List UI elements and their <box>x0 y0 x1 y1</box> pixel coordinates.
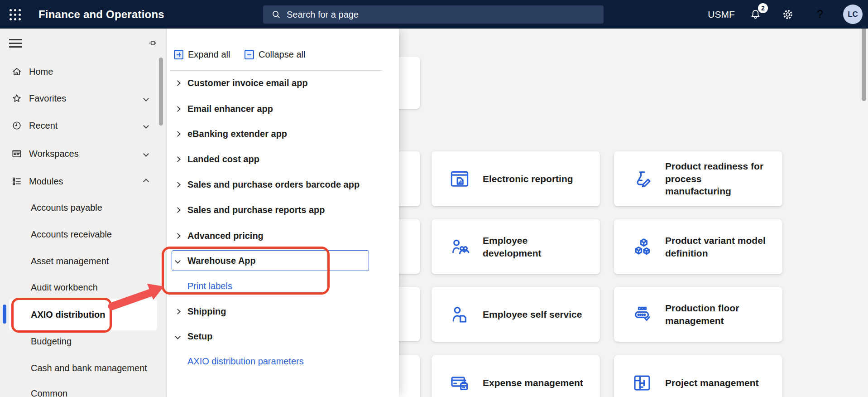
tree-item-sales-purchase-reports-app[interactable]: Sales and purchase reports app <box>167 199 393 220</box>
tree-item-label: Landed cost app <box>187 154 259 165</box>
notification-badge: 2 <box>758 3 768 13</box>
avatar[interactable]: LC <box>843 5 863 24</box>
tile-employee-development[interactable]: Employee development <box>432 219 600 274</box>
chevron-down-icon <box>175 334 181 339</box>
sidebar-item-label: Modules <box>29 176 63 187</box>
module-label: AXIO distribution <box>31 310 105 320</box>
divider <box>170 70 382 71</box>
module-label: Audit workbench <box>31 282 98 293</box>
tree-item-label: Advanced pricing <box>187 231 264 241</box>
home-icon <box>11 66 23 77</box>
top-navigation-bar: Finance and Operations USMF 2 ? LC <box>0 0 868 29</box>
tree-item-advanced-pricing[interactable]: Advanced pricing <box>167 225 393 246</box>
tile-electronic-reporting[interactable]: Electronic reporting <box>432 151 600 206</box>
tree-item-setup[interactable]: Setup <box>167 326 393 347</box>
settings-button[interactable] <box>779 0 797 29</box>
app-launcher-waffle-icon[interactable] <box>7 7 23 22</box>
sidebar-module-cash-and-bank[interactable]: Cash and bank management <box>0 357 163 379</box>
tree-item-axio-distribution-parameters[interactable]: AXIO distribution parameters <box>167 351 393 372</box>
tree-item-landed-cost-app[interactable]: Landed cost app <box>167 149 393 169</box>
sidebar-item-home[interactable]: Home <box>0 61 163 82</box>
tree-item-sales-purchase-orders-barcode-app[interactable]: Sales and purchase orders barcode app <box>167 174 393 195</box>
sidebar-module-accounts-payable[interactable]: Accounts payable <box>0 197 163 218</box>
chevron-right-icon <box>175 80 181 86</box>
workspaces-icon <box>11 148 23 160</box>
tree-item-warehouse-app[interactable]: Warehouse App <box>167 250 393 271</box>
expand-all-icon <box>174 50 183 59</box>
collapse-all-button[interactable]: Collapse all <box>245 48 305 61</box>
sidebar-item-favorites[interactable]: Favorites <box>0 87 163 109</box>
sidebar-module-audit-workbench[interactable]: Audit workbench <box>0 276 163 298</box>
tile-product-variant-model[interactable]: Product variant model definition <box>614 219 782 274</box>
collapse-all-icon <box>245 50 254 59</box>
chevron-right-icon <box>175 309 181 315</box>
chevron-right-icon <box>175 131 181 137</box>
tree-item-label: Customer invoice email app <box>187 78 308 88</box>
module-label: Asset management <box>31 256 109 266</box>
help-button[interactable]: ? <box>811 0 829 29</box>
tree-item-email-enhancer-app[interactable]: Email enhancer app <box>167 98 393 119</box>
tile-label: Electronic reporting <box>483 173 573 185</box>
sidebar-item-label: Home <box>29 67 53 77</box>
tree-item-print-labels[interactable]: Print labels <box>167 276 393 296</box>
people-group-icon <box>449 236 470 258</box>
sidebar-item-label: Workspaces <box>29 149 79 159</box>
hamburger-menu-icon[interactable] <box>9 39 22 47</box>
tile-production-floor[interactable]: Production floor management <box>614 287 782 342</box>
page-scrollbar-thumb[interactable] <box>862 29 866 101</box>
tile-label: Product variant model definition <box>665 234 770 259</box>
module-label: Budgeting <box>31 336 72 347</box>
star-icon <box>11 92 23 104</box>
sidebar-item-label: Recent <box>29 121 58 131</box>
module-label: Accounts receivable <box>31 229 112 240</box>
collapse-all-label: Collapse all <box>259 49 305 60</box>
tree-item-label: Setup <box>187 331 213 342</box>
machine-check-icon <box>631 304 653 325</box>
tree-item-label: Email enhancer app <box>187 104 273 114</box>
sidebar-item-label: Favorites <box>29 93 66 104</box>
tile-product-readiness[interactable]: Product readiness for process manufactur… <box>614 151 782 206</box>
tile-label: Project management <box>665 377 759 389</box>
electronic-reporting-icon <box>449 168 470 190</box>
notifications-button[interactable]: 2 <box>746 0 764 29</box>
clock-icon <box>11 120 23 131</box>
chevron-down-icon <box>143 151 149 157</box>
company-selector[interactable]: USMF <box>705 0 738 29</box>
sidebar-module-common[interactable]: Common <box>0 382 163 397</box>
chevron-right-icon <box>175 207 181 213</box>
search-icon <box>271 10 281 19</box>
tile-label: Expense management <box>483 377 583 389</box>
gantt-layout-icon <box>631 372 653 394</box>
search-input[interactable] <box>281 5 604 24</box>
tree-item-label: Sales and purchase reports app <box>187 205 325 215</box>
tile-label: Employee development <box>483 234 588 259</box>
sidebar-item-modules[interactable]: Modules <box>0 170 163 192</box>
chevron-up-icon <box>143 179 149 184</box>
flask-pencil-icon <box>631 168 653 190</box>
tile-project-management[interactable]: Project management <box>614 355 782 397</box>
tile-expense-management[interactable]: Expense management <box>432 355 600 397</box>
modules-icon <box>11 175 23 187</box>
tile-employee-self-service[interactable]: Employee self service <box>432 287 600 342</box>
person-document-icon <box>449 304 470 325</box>
expand-all-button[interactable]: Expand all <box>174 48 230 61</box>
tree-item-link-label: AXIO distribution parameters <box>187 356 304 367</box>
tree-item-ebanking-extender-app[interactable]: eBanking extender app <box>167 123 393 144</box>
module-label: Accounts payable <box>31 203 102 213</box>
cubes-icon <box>631 236 653 258</box>
sidebar-item-recent[interactable]: Recent <box>0 115 163 136</box>
module-label: Common <box>31 388 67 397</box>
pin-icon[interactable] <box>148 38 158 48</box>
tree-item-label: eBanking extender app <box>187 129 287 139</box>
tree-item-label: Shipping <box>187 306 226 317</box>
sidebar-module-axio-distribution[interactable]: AXIO distribution <box>0 304 163 325</box>
tree-item-customer-invoice-email-app[interactable]: Customer invoice email app <box>167 73 393 93</box>
page-search[interactable] <box>263 5 604 24</box>
credit-card-icon <box>449 372 470 394</box>
sidebar-module-accounts-receivable[interactable]: Accounts receivable <box>0 223 163 245</box>
tree-item-shipping[interactable]: Shipping <box>167 301 393 322</box>
sidebar-module-asset-management[interactable]: Asset management <box>0 250 163 272</box>
sidebar-item-workspaces[interactable]: Workspaces <box>0 143 163 165</box>
chevron-down-icon <box>175 258 181 264</box>
sidebar-module-budgeting[interactable]: Budgeting <box>0 330 163 352</box>
